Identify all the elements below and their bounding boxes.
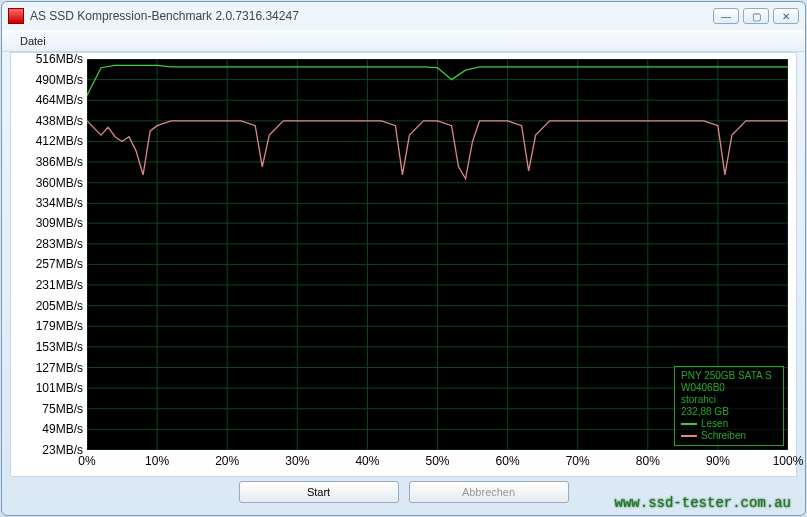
legend-capacity: 232,88 GB (681, 406, 777, 418)
plot-area: PNY 250GB SATA S W0406B0 storahci 232,88… (87, 59, 788, 450)
x-tick-label: 50% (425, 454, 449, 468)
y-tick-label: 283MB/s (36, 237, 83, 251)
x-tick-label: 100% (773, 454, 804, 468)
close-button[interactable]: ✕ (773, 8, 799, 24)
x-tick-label: 10% (145, 454, 169, 468)
window-title: AS SSD Kompression-Benchmark 2.0.7316.34… (30, 9, 713, 23)
window-buttons: — ▢ ✕ (713, 8, 799, 24)
legend-read-swatch (681, 423, 697, 425)
x-tick-label: 30% (285, 454, 309, 468)
menubar: Datei (2, 30, 805, 52)
y-tick-label: 23MB/s (42, 443, 83, 457)
titlebar: AS SSD Kompression-Benchmark 2.0.7316.34… (2, 2, 805, 30)
y-tick-label: 386MB/s (36, 155, 83, 169)
y-tick-label: 257MB/s (36, 257, 83, 271)
x-tick-label: 80% (636, 454, 660, 468)
y-tick-label: 75MB/s (42, 402, 83, 416)
y-tick-label: 464MB/s (36, 93, 83, 107)
chart: 516MB/s490MB/s464MB/s438MB/s412MB/s386MB… (19, 59, 788, 470)
x-tick-label: 40% (355, 454, 379, 468)
y-tick-label: 179MB/s (36, 319, 83, 333)
legend-write-row: Schreiben (681, 430, 777, 442)
y-tick-label: 205MB/s (36, 299, 83, 313)
legend-write-swatch (681, 435, 697, 437)
button-bar: Start Abbrechen (2, 481, 805, 507)
legend-read-label: Lesen (701, 418, 728, 430)
cancel-button: Abbrechen (409, 481, 569, 503)
legend-box: PNY 250GB SATA S W0406B0 storahci 232,88… (674, 366, 784, 446)
app-window: AS SSD Kompression-Benchmark 2.0.7316.34… (1, 1, 806, 516)
y-tick-label: 101MB/s (36, 381, 83, 395)
x-tick-label: 70% (566, 454, 590, 468)
y-axis-labels: 516MB/s490MB/s464MB/s438MB/s412MB/s386MB… (19, 59, 85, 450)
start-button[interactable]: Start (239, 481, 399, 503)
maximize-button[interactable]: ▢ (743, 8, 769, 24)
menu-file[interactable]: Datei (12, 33, 54, 49)
x-tick-label: 0% (78, 454, 95, 468)
x-tick-label: 60% (496, 454, 520, 468)
x-tick-label: 20% (215, 454, 239, 468)
y-tick-label: 334MB/s (36, 196, 83, 210)
y-tick-label: 231MB/s (36, 278, 83, 292)
legend-read-row: Lesen (681, 418, 777, 430)
y-tick-label: 49MB/s (42, 422, 83, 436)
app-icon (8, 8, 24, 24)
legend-fw: W0406B0 (681, 382, 777, 394)
minimize-button[interactable]: — (713, 8, 739, 24)
client-area: 516MB/s490MB/s464MB/s438MB/s412MB/s386MB… (10, 52, 797, 477)
legend-device: PNY 250GB SATA S (681, 370, 777, 382)
y-tick-label: 127MB/s (36, 361, 83, 375)
y-tick-label: 412MB/s (36, 134, 83, 148)
y-tick-label: 516MB/s (36, 52, 83, 66)
y-tick-label: 490MB/s (36, 73, 83, 87)
x-tick-label: 90% (706, 454, 730, 468)
legend-write-label: Schreiben (701, 430, 746, 442)
y-tick-label: 360MB/s (36, 176, 83, 190)
y-tick-label: 153MB/s (36, 340, 83, 354)
legend-driver: storahci (681, 394, 777, 406)
y-tick-label: 309MB/s (36, 216, 83, 230)
x-axis-labels: 0%10%20%30%40%50%60%70%80%90%100% (87, 452, 788, 470)
y-tick-label: 438MB/s (36, 114, 83, 128)
